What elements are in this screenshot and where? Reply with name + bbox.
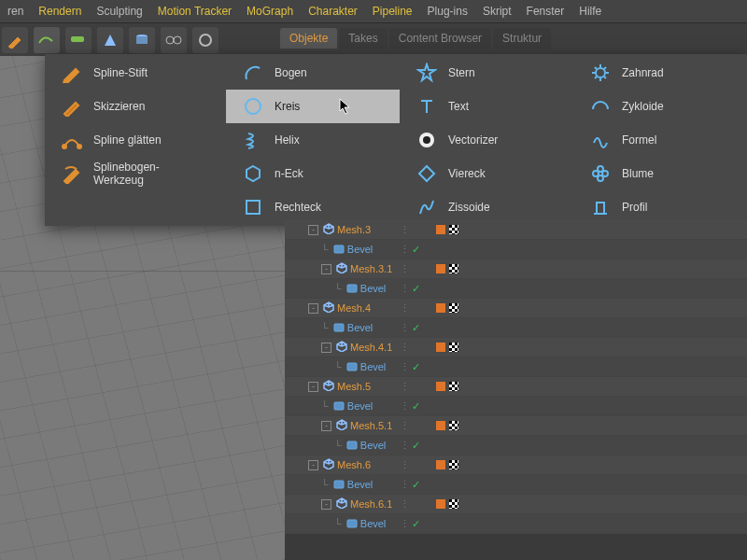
vis-toggle[interactable]: ⋮ [397,224,412,236]
spline-viereck[interactable]: Viereck [400,157,573,190]
tree-row[interactable]: -Mesh.4.1⋮ [285,338,747,357]
vis-toggle[interactable]: ⋮ [397,420,412,432]
tag-c[interactable] [449,225,458,234]
check-icon[interactable]: ✓ [412,479,423,491]
check-icon[interactable]: ✓ [412,322,423,334]
tag-c[interactable] [449,303,458,313]
tree-row[interactable]: └Bevel⋮✓ [285,240,747,259]
tree-row[interactable]: └Bevel⋮✓ [285,279,747,299]
tool-pen[interactable] [2,27,28,53]
tag-c[interactable] [449,499,458,509]
tab-objekte[interactable]: Objekte [280,28,337,49]
tool-eyes[interactable] [161,27,187,53]
spline-zykloide[interactable]: Zykloide [573,90,747,123]
vis-toggle[interactable]: ⋮ [397,361,412,373]
tag-o[interactable] [436,343,445,352]
menu-hilfe[interactable]: Hilfe [579,5,601,18]
menu-plug-ins[interactable]: Plug-ins [428,5,468,18]
tool-spline[interactable] [34,27,60,53]
tag-c[interactable] [449,421,458,430]
tab-takes[interactable]: Takes [339,28,387,49]
check-icon[interactable]: ✓ [412,440,423,452]
check-icon[interactable]: ✓ [412,244,423,256]
tab-content-browser[interactable]: Content Browser [389,28,491,49]
check-icon[interactable]: ✓ [412,283,423,295]
expand-toggle[interactable]: - [321,264,331,274]
menu-sculpting[interactable]: Sculpting [96,5,142,18]
spline-helix[interactable]: Helix [226,123,400,157]
spline-zahnrad[interactable]: Zahnrad [573,56,747,90]
vis-toggle[interactable]: ⋮ [397,244,412,256]
expand-toggle[interactable]: - [321,499,331,510]
tree-row[interactable]: -Mesh.4⋮ [285,299,747,318]
expand-toggle[interactable]: - [308,460,318,470]
tool-car[interactable] [65,27,92,53]
tree-row[interactable]: └Bevel⋮✓ [285,318,747,338]
tag-o[interactable] [436,499,445,509]
vis-toggle[interactable]: ⋮ [397,440,412,452]
tool-cone[interactable] [97,27,123,53]
vis-toggle[interactable]: ⋮ [397,381,412,393]
menu-fenster[interactable]: Fenster [527,5,565,18]
tree-row[interactable]: └Bevel⋮✓ [285,436,747,455]
spline-text[interactable]: Text [400,90,573,123]
check-icon[interactable]: ✓ [412,518,423,530]
tool-ring[interactable] [192,27,218,53]
menu-ren[interactable]: ren [7,5,23,18]
tag-o[interactable] [436,264,445,273]
tree-row[interactable]: └Bevel⋮✓ [285,514,747,534]
tag-c[interactable] [449,460,458,469]
tag-o[interactable] [436,225,445,234]
vis-toggle[interactable]: ⋮ [397,479,412,491]
vis-toggle[interactable]: ⋮ [397,518,412,530]
vis-toggle[interactable]: ⋮ [397,302,412,315]
tree-row[interactable]: -Mesh.6⋮ [285,455,747,475]
vis-toggle[interactable]: ⋮ [397,342,412,354]
spline-vectorizer[interactable]: Vectorizer [400,123,573,157]
tag-o[interactable] [436,460,445,469]
tree-row[interactable]: -Mesh.3.1⋮ [285,259,747,279]
tree-row[interactable]: -Mesh.5⋮ [285,377,747,397]
expand-toggle[interactable]: - [321,421,331,431]
tree-row[interactable]: └Bevel⋮✓ [285,397,747,416]
tag-c[interactable] [449,382,458,391]
expand-toggle[interactable]: - [308,382,318,392]
tree-row[interactable]: -Mesh.6.1⋮ [285,495,747,514]
spline-n-eck[interactable]: n-Eck [226,157,400,190]
menu-motion tracker[interactable]: Motion Tracker [158,5,232,18]
expand-toggle[interactable]: - [308,303,318,314]
spline-formel[interactable]: Formel [573,123,747,157]
vis-toggle[interactable]: ⋮ [397,498,412,511]
tree-row[interactable]: └Bevel⋮✓ [285,475,747,495]
spline-blume[interactable]: Blume [573,157,747,190]
spline-zissoide[interactable]: Zissoide [400,190,573,224]
spline-splinebogen-werkzeug[interactable]: Splinebogen-Werkzeug [45,157,226,190]
expand-toggle[interactable]: - [308,225,318,235]
spline-stern[interactable]: Stern [400,56,573,90]
spline-bogen[interactable]: Bogen [226,56,400,90]
vis-toggle[interactable]: ⋮ [397,283,412,295]
expand-toggle[interactable]: - [321,343,331,353]
check-icon[interactable]: ✓ [412,400,423,413]
menu-mograph[interactable]: MoGraph [247,5,293,18]
tag-o[interactable] [436,303,445,313]
spline-profil[interactable]: Profil [573,190,747,224]
spline-skizzieren[interactable]: Skizzieren [45,90,226,123]
menu-charakter[interactable]: Charakter [308,5,358,18]
spline-kreis[interactable]: Kreis [226,90,400,123]
tool-cyl[interactable] [129,27,155,53]
vis-toggle[interactable]: ⋮ [397,459,412,471]
spline-spline-gl-tten[interactable]: Spline glätten [45,123,226,157]
spline-spline-stift[interactable]: Spline-Stift [45,56,226,90]
tree-row[interactable]: └Bevel⋮✓ [285,357,747,377]
spline-rechteck[interactable]: Rechteck [226,190,400,224]
tree-row[interactable]: -Mesh.3⋮ [285,220,747,240]
vis-toggle[interactable]: ⋮ [397,322,412,334]
tag-o[interactable] [436,382,445,391]
check-icon[interactable]: ✓ [412,361,423,373]
menu-rendern[interactable]: Rendern [38,5,81,18]
tag-c[interactable] [449,264,458,273]
menu-pipeline[interactable]: Pipeline [373,5,413,18]
menu-skript[interactable]: Skript [483,5,512,18]
vis-toggle[interactable]: ⋮ [397,263,412,275]
